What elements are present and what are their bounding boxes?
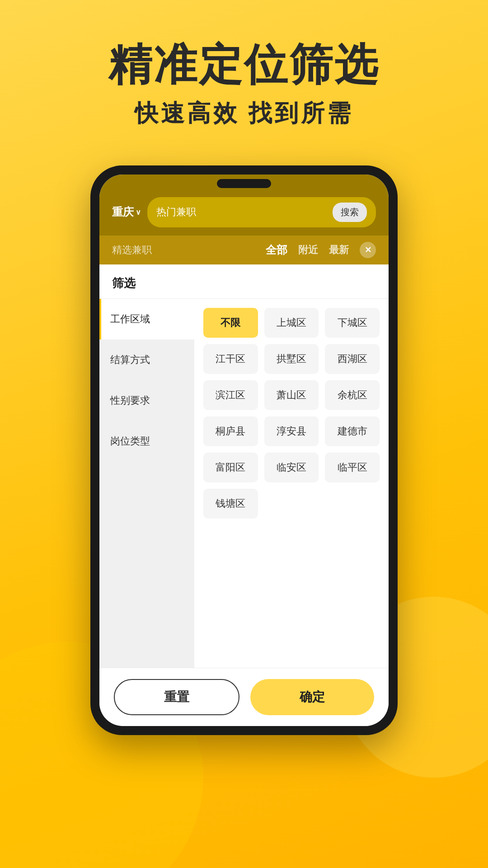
tab-main[interactable]: 精选兼职 (112, 240, 152, 260)
filter-option-binjiang[interactable]: 滨江区 (203, 380, 258, 410)
app-header: 重庆 ∨ 热门兼职 搜索 (99, 175, 389, 236)
search-placeholder: 热门兼职 (156, 205, 196, 219)
city-selector[interactable]: 重庆 ∨ (112, 205, 141, 219)
filter-option-xiacheng[interactable]: 下城区 (325, 308, 380, 338)
filter-body: 工作区域 结算方式 性别要求 岗位类型 不限 上城区 下城区 江干区 拱墅区 (99, 299, 389, 668)
filter-option-yuhang[interactable]: 余杭区 (325, 380, 380, 410)
search-bar[interactable]: 热门兼职 搜索 (147, 197, 376, 227)
sidebar-item-settlement[interactable]: 结算方式 (99, 340, 194, 380)
confirm-button[interactable]: 确定 (250, 679, 374, 715)
filter-option-qiantang[interactable]: 钱塘区 (203, 489, 258, 519)
tab-bar: 精选兼职 全部 附近 最新 ✕ (99, 236, 389, 264)
reset-button[interactable]: 重置 (114, 679, 239, 715)
filter-option-jiande[interactable]: 建德市 (325, 416, 380, 446)
action-bar: 重置 确定 (99, 668, 389, 726)
filter-option-tonglu[interactable]: 桐庐县 (203, 416, 258, 446)
tab-filter-all[interactable]: 全部 (266, 243, 287, 257)
tab-filter-nearby[interactable]: 附近 (298, 243, 318, 257)
filter-option-shangcheng[interactable]: 上城区 (264, 308, 319, 338)
chevron-down-icon: ∨ (136, 208, 141, 217)
sidebar-item-gender[interactable]: 性别要求 (99, 380, 194, 421)
filter-option-unlimited[interactable]: 不限 (203, 308, 258, 338)
search-button[interactable]: 搜索 (333, 203, 367, 222)
tab-filter-latest[interactable]: 最新 (329, 243, 349, 257)
filter-panel: 筛选 工作区域 结算方式 性别要求 岗位类型 不限 上城区 下城 (99, 264, 389, 726)
sidebar-item-work-area[interactable]: 工作区域 (99, 299, 194, 340)
filter-title: 筛选 (99, 264, 389, 299)
filter-option-xihu[interactable]: 西湖区 (325, 344, 380, 374)
filter-sidebar: 工作区域 结算方式 性别要求 岗位类型 (99, 299, 194, 668)
city-label: 重庆 (112, 205, 134, 219)
tab-filters: 全部 附近 最新 ✕ (266, 242, 376, 258)
filter-option-gongshu[interactable]: 拱墅区 (264, 344, 319, 374)
filter-option-linan[interactable]: 临安区 (264, 453, 319, 482)
headline-main: 精准定位筛选 (108, 41, 380, 89)
sidebar-item-job-type[interactable]: 岗位类型 (99, 421, 194, 462)
filter-option-fuyang[interactable]: 富阳区 (203, 453, 258, 482)
headline-section: 精准定位筛选 快速高效 找到所需 (108, 41, 380, 129)
filter-option-linping[interactable]: 临平区 (325, 453, 380, 482)
filter-option-jianggan[interactable]: 江干区 (203, 344, 258, 374)
filter-options-container: 不限 上城区 下城区 江干区 拱墅区 西湖区 滨江区 萧山区 余杭区 桐庐县 淳… (194, 299, 389, 668)
phone-mockup: 重庆 ∨ 热门兼职 搜索 精选兼职 全部 附近 最新 ✕ (90, 165, 398, 735)
phone-frame: 重庆 ∨ 热门兼职 搜索 精选兼职 全部 附近 最新 ✕ (90, 165, 398, 735)
filter-close-button[interactable]: ✕ (360, 242, 376, 258)
headline-sub: 快速高效 找到所需 (108, 98, 380, 129)
filter-option-xiaoshan[interactable]: 萧山区 (264, 380, 319, 410)
filter-options-grid: 不限 上城区 下城区 江干区 拱墅区 西湖区 滨江区 萧山区 余杭区 桐庐县 淳… (203, 308, 380, 519)
filter-option-chunan[interactable]: 淳安县 (264, 416, 319, 446)
phone-screen: 重庆 ∨ 热门兼职 搜索 精选兼职 全部 附近 最新 ✕ (99, 175, 389, 726)
